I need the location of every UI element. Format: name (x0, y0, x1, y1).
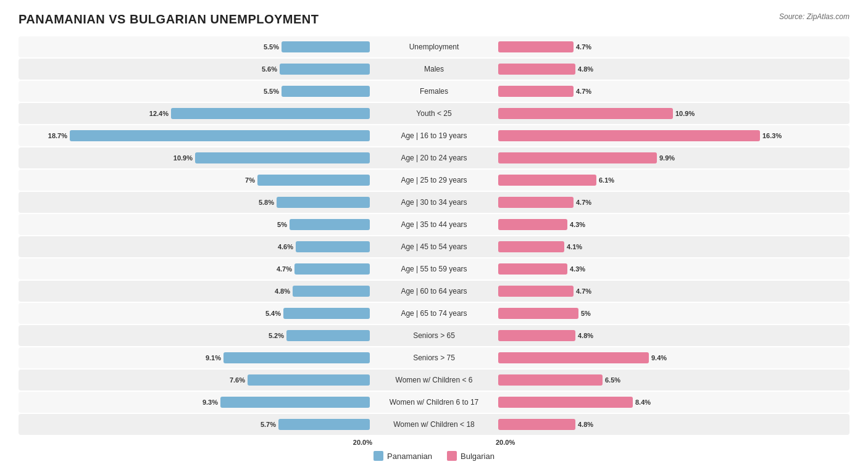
row-label: Age | 65 to 74 years (372, 309, 496, 318)
row-label: Age | 45 to 54 years (372, 242, 496, 251)
row-label: Seniors > 65 (372, 331, 496, 340)
panama-bar (70, 130, 370, 141)
bar-row: 5.4% Age | 65 to 74 years 5% (19, 303, 849, 324)
bulgaria-bar (498, 419, 575, 430)
panama-value: 5.5% (264, 88, 279, 95)
bar-right-section: 4.8% (496, 330, 849, 341)
panama-value: 4.7% (277, 265, 292, 273)
panama-value: 4.8% (275, 287, 290, 295)
panama-bar (282, 86, 370, 97)
axis-right-label: 20.0% (496, 439, 515, 446)
row-label: Youth < 25 (372, 109, 496, 118)
chart-container: PANAMANIAN VS BULGARIAN UNEMPLOYMENT Sou… (19, 12, 849, 461)
bulgaria-value: 6.1% (599, 176, 614, 184)
bulgaria-bar (498, 86, 574, 97)
bulgaria-bar (498, 308, 578, 319)
panama-value: 9.3% (202, 399, 218, 406)
bulgaria-value: 4.7% (576, 88, 591, 95)
bar-left-section: 5.6% (19, 64, 372, 75)
panama-value: 5.6% (262, 65, 277, 73)
panama-value: 5% (277, 221, 287, 228)
bulgaria-bar (498, 130, 760, 141)
bulgaria-value: 9.4% (651, 354, 667, 362)
bulgaria-value: 9.9% (659, 154, 675, 162)
panama-value: 5.5% (264, 43, 279, 51)
bulgaria-bar (498, 41, 574, 52)
row-label: Females (372, 87, 496, 96)
bar-left-section: 5.4% (19, 308, 372, 319)
bar-row: 5.7% Women w/ Children < 18 4.8% (19, 414, 849, 435)
bulgaria-value: 6.5% (605, 376, 620, 384)
legend-panama-color (373, 451, 383, 461)
bar-row: 7.6% Women w/ Children < 6 6.5% (19, 370, 849, 391)
bulgaria-bar (498, 374, 603, 386)
bar-left-section: 7% (19, 175, 372, 186)
bar-row: 4.6% Age | 45 to 54 years 4.1% (19, 236, 849, 257)
panama-bar (290, 219, 370, 230)
bulgaria-bar (498, 352, 649, 363)
panama-value: 9.1% (206, 354, 221, 362)
row-label: Women w/ Children < 6 (372, 376, 496, 384)
panama-bar (286, 330, 370, 341)
panama-value: 7.6% (230, 376, 245, 384)
legend-bulgaria-color (447, 451, 457, 461)
panama-bar (296, 241, 370, 252)
bar-left-section: 5.7% (19, 419, 372, 430)
bulgaria-bar (498, 175, 596, 186)
bar-row: 4.7% Age | 55 to 59 years 4.3% (19, 258, 849, 279)
panama-bar (223, 352, 370, 363)
row-label: Age | 16 to 19 years (372, 131, 496, 140)
panama-value: 12.4% (149, 110, 169, 117)
bulgaria-bar (498, 219, 567, 230)
panama-bar (171, 108, 370, 119)
bar-right-section: 4.1% (496, 241, 849, 252)
chart-body: 5.5% Unemployment 4.7% 5.6% Males (19, 36, 849, 435)
axis-left: 20.0% (19, 439, 372, 446)
panama-bar (278, 419, 370, 430)
bar-left-section: 4.7% (19, 263, 372, 275)
bar-right-section: 6.1% (496, 175, 849, 186)
panama-bar (257, 175, 370, 186)
bulgaria-value: 5% (581, 310, 591, 317)
bar-left-section: 9.1% (19, 352, 372, 363)
bar-right-section: 4.7% (496, 41, 849, 52)
bar-left-section: 5.2% (19, 330, 372, 341)
panama-bar (293, 286, 370, 297)
bar-right-section: 4.7% (496, 286, 849, 297)
bulgaria-bar (498, 241, 564, 252)
bar-row: 5.6% Males 4.8% (19, 59, 849, 80)
bar-right-section: 8.4% (496, 397, 849, 408)
bar-row: 5.2% Seniors > 65 4.8% (19, 325, 849, 346)
bar-left-section: 10.9% (19, 152, 372, 163)
bar-right-section: 4.7% (496, 86, 849, 97)
axis-row: 20.0% 20.0% (19, 439, 849, 446)
bar-right-section: 9.4% (496, 352, 849, 363)
bulgaria-value: 4.8% (578, 332, 593, 339)
bulgaria-value: 4.8% (578, 65, 593, 73)
panama-bar (220, 397, 370, 408)
bar-right-section: 6.5% (496, 374, 849, 386)
bar-left-section: 5.5% (19, 41, 372, 52)
bar-left-section: 5% (19, 219, 372, 230)
bar-right-section: 4.3% (496, 219, 849, 230)
bar-right-section: 10.9% (496, 108, 849, 119)
panama-value: 7% (245, 176, 255, 184)
row-label: Age | 60 to 64 years (372, 287, 496, 295)
bulgaria-value: 4.7% (576, 287, 591, 295)
panama-bar (282, 41, 370, 52)
row-label: Age | 25 to 29 years (372, 176, 496, 184)
bar-right-section: 16.3% (496, 130, 849, 141)
panama-bar (248, 374, 370, 386)
bulgaria-bar (498, 397, 633, 408)
bar-row: 5.8% Age | 30 to 34 years 4.7% (19, 192, 849, 213)
bar-right-section: 9.9% (496, 152, 849, 163)
bar-row: 5.5% Unemployment 4.7% (19, 36, 849, 57)
chart-title: PANAMANIAN VS BULGARIAN UNEMPLOYMENT (19, 12, 319, 27)
panama-value: 5.8% (259, 199, 274, 206)
panama-value: 10.9% (173, 154, 193, 162)
bar-left-section: 5.5% (19, 86, 372, 97)
row-label: Women w/ Children 6 to 17 (372, 398, 496, 407)
bar-right-section: 4.8% (496, 419, 849, 430)
bar-left-section: 12.4% (19, 108, 372, 119)
bar-row: 9.3% Women w/ Children 6 to 17 8.4% (19, 392, 849, 413)
